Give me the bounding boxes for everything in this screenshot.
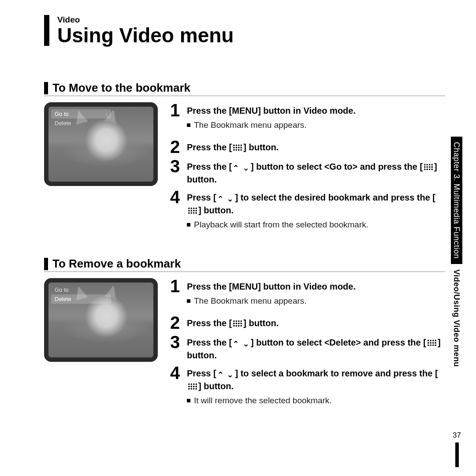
page-number: 37 — [453, 431, 461, 440]
device-inner: Go toDelete› — [48, 283, 153, 357]
step-number: 2 — [170, 315, 182, 331]
step-number: 3 — [170, 334, 182, 350]
device-screenshot: Go toDelete› — [44, 278, 158, 362]
step-body: Press the [] button. — [187, 139, 279, 153]
step: 1Press the [MENU] button in Video mode.T… — [170, 102, 445, 135]
menu-item-label: Go to — [55, 286, 69, 293]
step-number: 1 — [170, 278, 182, 294]
heading-bar-icon — [44, 258, 48, 270]
bullet-square-icon — [187, 399, 190, 402]
page-footer-mark: 37 — [453, 431, 461, 467]
step-body: Press [⌃ ⌄] to select a bookmark to remo… — [187, 365, 445, 411]
menu-item-label: Delete — [55, 120, 71, 126]
step: 2Press the [] button. — [170, 139, 445, 155]
step: 3Press the [⌃ ⌄] button to select <Go to… — [170, 158, 445, 186]
page-title: Using Video menu — [57, 25, 445, 46]
step-note: The Bookmark menu appears. — [187, 296, 356, 306]
step-body: Press the [] button. — [187, 315, 279, 329]
step-number: 4 — [170, 189, 182, 205]
section-heading-text: To Remove a bookmark — [52, 257, 181, 271]
up-down-icon: ⌃ ⌄ — [233, 339, 250, 350]
step-body: Press the [MENU] button in Video mode.Th… — [187, 278, 356, 311]
menu-item: Delete› — [51, 294, 111, 304]
step-title: Press [⌃ ⌄] to select a bookmark to remo… — [187, 368, 445, 392]
section-body: Go toDelete›1Press the [MENU] button in … — [44, 278, 445, 414]
up-down-icon: ⌃ ⌄ — [217, 370, 234, 380]
step: 4Press [⌃ ⌄] to select the desired bookm… — [170, 189, 445, 235]
bullet-square-icon — [187, 123, 190, 127]
step-title: Press the [MENU] button in Video mode. — [187, 281, 356, 293]
device-screenshot: Go to›Delete — [44, 102, 158, 186]
side-tab-breadcrumb: Video/Using Video menu — [451, 267, 462, 372]
step-number: 4 — [170, 365, 182, 381]
step-title: Press the [⌃ ⌄] button to select <Go to>… — [187, 161, 445, 186]
menu-item: Delete — [51, 119, 111, 128]
menu-item: Go to — [51, 285, 111, 294]
step-body: Press the [MENU] button in Video mode.Th… — [187, 102, 356, 135]
step-number: 3 — [170, 158, 182, 174]
step-note-text: The Bookmark menu appears. — [194, 296, 307, 306]
section-body: Go to›Delete1Press the [MENU] button in … — [44, 102, 445, 238]
category-label: Video — [57, 15, 445, 25]
heading-bar-icon — [44, 82, 48, 94]
chevron-right-icon: › — [106, 111, 108, 117]
page-title-block: Video Using Video menu — [44, 15, 445, 46]
step-title: Press the [] button. — [187, 141, 279, 153]
bullet-square-icon — [187, 299, 190, 303]
bookmark-menu-overlay: Go to›Delete — [51, 109, 111, 128]
menu-item: Go to› — [51, 109, 111, 119]
step-note: It will remove the selected bookmark. — [187, 396, 445, 405]
step: 4Press [⌃ ⌄] to select a bookmark to rem… — [170, 365, 445, 411]
grid-icon — [427, 339, 437, 346]
step: 3Press the [⌃ ⌄] button to select <Delet… — [170, 334, 445, 361]
bullet-square-icon — [187, 223, 190, 227]
step-title: Press the [⌃ ⌄] button to select <Delete… — [187, 337, 445, 361]
chevron-right-icon: › — [106, 296, 108, 302]
steps-list: 1Press the [MENU] button in Video mode.T… — [170, 278, 445, 414]
step-note-text: The Bookmark menu appears. — [194, 120, 307, 130]
step: 2Press the [] button. — [170, 315, 445, 331]
step-body: Press [⌃ ⌄] to select the desired bookma… — [187, 189, 445, 235]
step-note: Playback will start from the selected bo… — [187, 220, 445, 230]
side-tab-chapter: Chapter 3. Multimedia Function — [451, 137, 462, 264]
step: 1Press the [MENU] button in Video mode.T… — [170, 278, 445, 311]
step-title: Press [⌃ ⌄] to select the desired bookma… — [187, 192, 445, 216]
menu-item-label: Go to — [55, 111, 69, 117]
step-note: The Bookmark menu appears. — [187, 120, 356, 130]
section-heading-text: To Move to the bookmark — [52, 81, 190, 95]
device-inner: Go to›Delete — [48, 107, 153, 182]
up-down-icon: ⌃ ⌄ — [233, 164, 250, 174]
section-heading: To Move to the bookmark — [44, 81, 445, 96]
grid-icon — [233, 144, 242, 151]
step-note-text: Playback will start from the selected bo… — [194, 220, 368, 230]
step-body: Press the [⌃ ⌄] button to select <Delete… — [187, 334, 445, 361]
step-number: 1 — [170, 102, 182, 118]
manual-page: Video Using Video menu To Move to the bo… — [0, 0, 476, 476]
steps-list: 1Press the [MENU] button in Video mode.T… — [170, 102, 445, 238]
side-tab: Chapter 3. Multimedia Function Video/Usi… — [452, 137, 461, 372]
bookmark-menu-overlay: Go toDelete› — [51, 285, 111, 304]
step-title: Press the [MENU] button in Video mode. — [187, 105, 356, 117]
grid-icon — [424, 164, 433, 171]
step-note-text: It will remove the selected bookmark. — [194, 396, 332, 405]
grid-icon — [188, 383, 197, 390]
section-heading: To Remove a bookmark — [44, 257, 445, 272]
step-body: Press the [⌃ ⌄] button to select <Go to>… — [187, 158, 445, 186]
grid-icon — [233, 320, 242, 327]
step-title: Press the [] button. — [187, 317, 279, 329]
step-number: 2 — [170, 139, 182, 155]
up-down-icon: ⌃ ⌄ — [217, 194, 234, 205]
menu-item-label: Delete — [55, 296, 71, 302]
grid-icon — [188, 207, 197, 214]
edge-bar-icon — [455, 443, 459, 467]
